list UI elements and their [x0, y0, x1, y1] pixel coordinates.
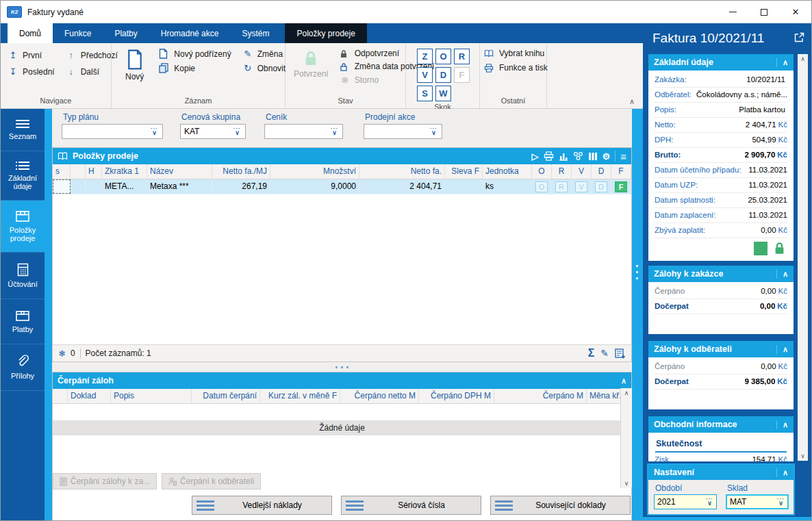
select-book-button[interactable]: Vybrat knihu: [484, 49, 548, 58]
tab-funkce[interactable]: Funkce: [53, 23, 103, 43]
row-cell[interactable]: [71, 179, 86, 194]
menu-icon[interactable]: ≡: [620, 151, 626, 162]
row-cell[interactable]: ks: [483, 179, 532, 194]
tab-domu[interactable]: Domů: [8, 23, 53, 43]
column-header[interactable]: H: [86, 164, 102, 179]
chart-icon[interactable]: [559, 152, 568, 161]
jump-o-button[interactable]: O: [435, 49, 451, 64]
collapse-icon[interactable]: ∧: [776, 58, 788, 67]
tab-hromadne-akce[interactable]: Hromadné akce: [149, 23, 231, 43]
jump-r-button[interactable]: R: [454, 49, 470, 64]
sidebar-item-seznam[interactable]: Seznam: [1, 109, 45, 151]
column-header[interactable]: Množství: [270, 164, 359, 179]
card-header[interactable]: Zálohy k zakázce ∧: [648, 266, 794, 282]
flag-cell[interactable]: D: [592, 179, 611, 194]
table-row[interactable]: META... Metaxa *** 267,19 9,0000 2 404,7…: [53, 179, 631, 194]
settings-search-icon[interactable]: ⚙: [602, 152, 611, 161]
sklad-input[interactable]: [730, 497, 775, 507]
typ-planu-input[interactable]: [66, 127, 149, 136]
jump-v-button[interactable]: V: [417, 67, 433, 83]
column-header[interactable]: s: [53, 164, 71, 179]
column-header[interactable]: F: [611, 164, 631, 179]
column-header[interactable]: Čerpáno M: [494, 389, 587, 403]
sidebar-item-prilohy[interactable]: Přílohy: [1, 344, 45, 391]
row-cell[interactable]: [86, 179, 102, 194]
minimize-button[interactable]: [717, 1, 748, 23]
column-header[interactable]: R: [552, 164, 572, 179]
sidebar-item-zakladni-udaje[interactable]: Základní údaje: [1, 151, 45, 201]
flag-cell[interactable]: V: [572, 179, 592, 194]
edit-icon[interactable]: ✎: [600, 348, 609, 359]
scroll-up-icon[interactable]: ∧: [800, 55, 805, 62]
card-header[interactable]: Obchodní informace ∧: [648, 416, 794, 433]
column-header[interactable]: Doklad: [68, 389, 111, 403]
new-child-button[interactable]: Nový podřízený: [159, 49, 231, 59]
column-header[interactable]: Čerpáno DPH M: [419, 389, 494, 403]
columns-icon[interactable]: [588, 152, 598, 161]
flag-cell[interactable]: F: [611, 179, 631, 194]
vertical-splitter[interactable]: [632, 109, 643, 521]
collapse-icon[interactable]: ∧: [776, 345, 788, 354]
cenik-input[interactable]: [268, 127, 329, 136]
prodejni-akce-combo[interactable]: ···∨: [364, 124, 442, 139]
seriova-cisla-button[interactable]: Sériová čísla: [341, 496, 481, 515]
column-header[interactable]: Netto fa./MJ: [212, 164, 270, 179]
copy-button[interactable]: Kopie: [159, 63, 231, 73]
jump-f-button[interactable]: F: [454, 67, 470, 83]
cerpani-k-odberateli-button[interactable]: Čerpání k odběrateli: [162, 473, 261, 490]
tab-platby[interactable]: Platby: [103, 23, 149, 43]
scroll-up-icon[interactable]: ∧: [624, 390, 629, 396]
print-icon[interactable]: [544, 151, 554, 161]
row-cell[interactable]: Metaxa ***: [147, 179, 212, 194]
last-button[interactable]: ↧Poslední: [8, 66, 55, 77]
function-print-button[interactable]: Funkce a tisk: [484, 63, 548, 73]
collapse-icon[interactable]: ∧: [776, 468, 788, 477]
column-header[interactable]: O: [532, 164, 552, 179]
dropdown-icon[interactable]: ···∨: [704, 498, 715, 506]
dropdown-icon[interactable]: ···∨: [231, 127, 243, 136]
next-button[interactable]: ↓Další: [66, 66, 118, 77]
flag-cell[interactable]: R: [552, 179, 572, 194]
dropdown-icon[interactable]: ···∨: [428, 127, 440, 136]
column-header[interactable]: Popis: [111, 389, 192, 403]
column-header[interactable]: Jednotka: [483, 164, 532, 179]
column-header[interactable]: Datum čerpání: [192, 389, 260, 403]
vedlejsi-naklady-button[interactable]: Vedlejší náklady: [192, 496, 332, 515]
sidebar-item-platby[interactable]: Platby: [1, 299, 45, 344]
card-header[interactable]: Nastavení ∧: [648, 465, 794, 480]
column-header[interactable]: Netto fa.: [359, 164, 445, 179]
obdobi-input[interactable]: [657, 497, 704, 507]
obdobi-combo[interactable]: ···∨: [654, 494, 717, 509]
jump-d-button[interactable]: D: [435, 67, 451, 83]
typ-planu-combo[interactable]: ···∨: [62, 124, 163, 139]
column-header[interactable]: D: [592, 164, 611, 179]
scroll-down-icon[interactable]: ∨: [624, 480, 629, 487]
new-button[interactable]: Nový: [118, 47, 148, 95]
jump-s-button[interactable]: S: [417, 86, 433, 101]
row-cell[interactable]: 2 404,71: [359, 179, 445, 194]
dropdown-icon[interactable]: ···∨: [775, 498, 787, 506]
sum-icon[interactable]: Σ: [588, 347, 595, 359]
row-cell[interactable]: 9,0000: [270, 179, 359, 194]
close-button[interactable]: ✕: [780, 1, 811, 23]
collapse-icon[interactable]: ∧: [776, 420, 788, 429]
column-header[interactable]: V: [572, 164, 592, 179]
column-header[interactable]: Název: [147, 164, 212, 179]
scroll-down-icon[interactable]: ∨: [800, 453, 805, 459]
column-header[interactable]: [53, 389, 68, 403]
sidebar-item-polozky-prodeje[interactable]: Položky prodeje: [1, 201, 45, 253]
column-header[interactable]: Kurz zál. v měně F: [260, 389, 340, 403]
cenik-combo[interactable]: ···∨: [264, 124, 343, 139]
first-button[interactable]: ↥První: [8, 50, 55, 60]
row-cell[interactable]: META...: [102, 179, 147, 194]
column-header[interactable]: Sleva F: [445, 164, 483, 179]
cerpani-zalohy-k-zakazce-button[interactable]: Čerpání zálohy k za...: [53, 473, 157, 490]
flag-cell[interactable]: O: [532, 179, 552, 194]
maximize-button[interactable]: [748, 1, 780, 23]
open-in-window-icon[interactable]: [794, 32, 804, 42]
column-header[interactable]: [71, 164, 86, 179]
card-header[interactable]: Zálohy k odběrateli ∧: [648, 341, 794, 357]
jump-z-button[interactable]: Z: [417, 49, 433, 64]
cenova-skupina-input[interactable]: [184, 127, 231, 136]
tab-polozky-prodeje[interactable]: Položky prodeje: [285, 23, 366, 43]
